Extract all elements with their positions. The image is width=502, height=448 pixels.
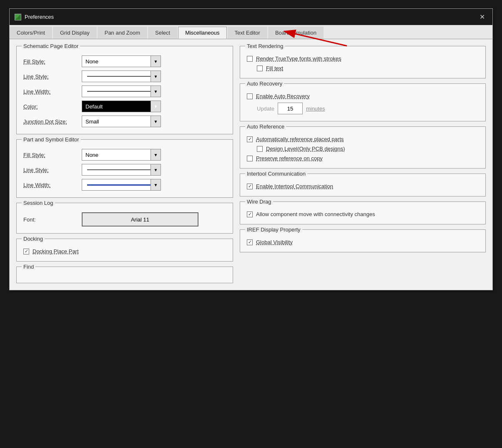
fill-text-checkbox[interactable] xyxy=(257,65,263,71)
wire-drag-group: Wire Drag Allow component move with conn… xyxy=(240,201,486,224)
window-title: Preferences xyxy=(25,14,54,20)
tab-grid-display[interactable]: Grid Display xyxy=(53,27,97,39)
text-rendering-title: Text Rendering xyxy=(245,43,285,49)
line-width-chevron-part: ▼ xyxy=(151,179,161,190)
fill-style-select[interactable]: None ▼ xyxy=(82,55,161,67)
auto-reference-group: Auto Reference Automatically reference p… xyxy=(240,126,486,169)
line-style-row-schematic: Line Style: ▼ xyxy=(23,70,226,82)
fill-style-row: Fill Style: None ▼ xyxy=(23,55,226,67)
enable-auto-recovery-checkbox[interactable] xyxy=(247,93,253,99)
line-preview-part xyxy=(87,169,156,170)
preferences-window: Preferences ✕ Colors/Print Grid Display … xyxy=(9,8,493,290)
session-log-group: Session Log Font: Arial 11 xyxy=(16,203,233,234)
font-label: Font: xyxy=(23,216,82,223)
docking-title: Docking xyxy=(22,236,45,242)
allow-component-move-label: Allow component move with connectivity c… xyxy=(256,211,375,217)
fill-text-label: Fill text xyxy=(266,65,283,71)
global-visibility-checkbox[interactable] xyxy=(247,239,253,245)
line-width-label-part: Line Width: xyxy=(23,182,82,188)
tab-board-simulation[interactable]: Board Simulation xyxy=(268,27,324,39)
main-content: Schematic Page Editor Fill Style: None ▼… xyxy=(10,39,492,290)
global-visibility-label: Global Visibility xyxy=(256,239,293,245)
color-select[interactable]: Default ▼ xyxy=(82,101,161,112)
line-style-label-part: Line Style: xyxy=(23,167,82,173)
junction-dot-size-select[interactable]: Small ▼ xyxy=(82,116,161,127)
line-style-chevron-schematic: ▼ xyxy=(151,71,161,82)
session-log-title: Session Log xyxy=(22,200,55,206)
render-truetype-checkbox[interactable] xyxy=(247,56,253,62)
schematic-page-editor-group: Schematic Page Editor Fill Style: None ▼… xyxy=(16,46,233,134)
allow-component-move-row: Allow component move with connectivity c… xyxy=(247,211,479,217)
design-level-label: Design Level(Only PCB designs) xyxy=(266,146,345,152)
tab-pan-and-zoom[interactable]: Pan and Zoom xyxy=(98,27,147,39)
junction-dot-size-row: Junction Dot Size: Small ▼ xyxy=(23,116,226,127)
fill-style-select-part[interactable]: None ▼ xyxy=(82,149,161,161)
iref-display-title: IREF Display Property xyxy=(245,227,302,233)
fill-style-label: Fill Style: xyxy=(23,58,82,65)
iref-display-group: IREF Display Property Global Visibility xyxy=(240,229,486,252)
tab-text-editor[interactable]: Text Editor xyxy=(228,27,267,39)
auto-ref-label: Automatically reference placed parts xyxy=(256,136,344,142)
docking-group: Docking Docking Place Part xyxy=(16,239,233,262)
line-style-chevron-part: ▼ xyxy=(151,164,161,175)
find-title: Find xyxy=(22,264,35,270)
intertool-communication-group: Intertool Communication Enable Intertool… xyxy=(240,174,486,196)
fill-text-row: Fill text xyxy=(257,65,479,71)
fill-style-chevron: ▼ xyxy=(151,56,161,67)
schematic-page-editor-title: Schematic Page Editor xyxy=(22,43,80,49)
line-width-select-schematic[interactable]: ▼ xyxy=(82,86,161,97)
line-style-row-part: Line Style: ▼ xyxy=(23,164,226,176)
tab-select[interactable]: Select xyxy=(148,27,177,39)
auto-recovery-group: Auto Recovery Enable Auto Recovery Updat… xyxy=(240,83,486,121)
enable-intertool-row: Enable Intertool Communication xyxy=(247,183,479,189)
preserve-ref-checkbox[interactable] xyxy=(247,156,253,161)
line-width-label-schematic: Line Width: xyxy=(23,88,82,95)
left-panel: Schematic Page Editor Fill Style: None ▼… xyxy=(16,46,233,283)
line-preview-schematic xyxy=(87,76,156,77)
wire-drag-title: Wire Drag xyxy=(245,199,273,205)
design-level-row: Design Level(Only PCB designs) xyxy=(257,146,479,152)
render-truetype-row: Render TrueType fonts with strokes xyxy=(247,55,479,62)
minutes-label: minutes xyxy=(306,106,325,112)
find-group: Find xyxy=(16,267,233,283)
update-row: Update 15 minutes xyxy=(257,103,479,114)
auto-ref-checkbox[interactable] xyxy=(247,136,253,142)
tab-miscellaneous[interactable]: Miscellaneous xyxy=(178,27,226,39)
tab-colors-print[interactable]: Colors/Print xyxy=(10,27,52,39)
docking-place-part-label: Docking Place Part xyxy=(33,248,79,254)
font-row: Font: Arial 11 xyxy=(23,212,226,227)
line-style-select-schematic[interactable]: ▼ xyxy=(82,70,161,82)
app-icon xyxy=(15,14,21,20)
line-style-label-schematic: Line Style: xyxy=(23,73,82,80)
color-row: Color: Default ▼ xyxy=(23,101,226,112)
line-width-preview-schematic xyxy=(87,91,156,92)
line-width-row-schematic: Line Width: ▼ xyxy=(23,86,226,97)
update-value-input[interactable]: 15 xyxy=(278,103,303,114)
render-truetype-label: Render TrueType fonts with strokes xyxy=(256,55,341,62)
tab-bar: Colors/Print Grid Display Pan and Zoom S… xyxy=(10,25,492,39)
docking-place-part-row: Docking Place Part xyxy=(23,248,226,254)
close-button[interactable]: ✕ xyxy=(477,12,487,22)
fill-style-label-part: Fill Style: xyxy=(23,152,82,158)
preserve-ref-row: Preserve reference on copy xyxy=(247,155,479,161)
enable-intertool-checkbox[interactable] xyxy=(247,184,253,189)
auto-ref-row: Automatically reference placed parts xyxy=(247,136,479,142)
docking-place-part-checkbox[interactable] xyxy=(23,249,29,254)
part-and-symbol-editor-title: Part and Symbol Editor xyxy=(22,136,81,143)
line-width-preview-part xyxy=(87,184,156,186)
font-button[interactable]: Arial 11 xyxy=(82,212,198,227)
color-chevron: ▼ xyxy=(151,101,161,112)
enable-auto-recovery-row: Enable Auto Recovery xyxy=(247,93,479,99)
auto-reference-title: Auto Reference xyxy=(245,123,286,130)
right-panel: Text Rendering Render TrueType fonts wit… xyxy=(240,46,486,283)
fill-style-chevron-part: ▼ xyxy=(151,149,161,160)
line-style-select-part[interactable]: ▼ xyxy=(82,164,161,176)
global-visibility-row: Global Visibility xyxy=(247,239,479,245)
allow-component-move-checkbox[interactable] xyxy=(247,211,253,217)
line-width-row-part: Line Width: ▼ xyxy=(23,179,226,191)
preserve-ref-label: Preserve reference on copy xyxy=(256,155,323,161)
junction-dot-size-label: Junction Dot Size: xyxy=(23,118,82,125)
design-level-checkbox[interactable] xyxy=(257,146,263,152)
line-width-select-part[interactable]: ▼ xyxy=(82,179,161,191)
update-label: Update xyxy=(257,106,274,112)
